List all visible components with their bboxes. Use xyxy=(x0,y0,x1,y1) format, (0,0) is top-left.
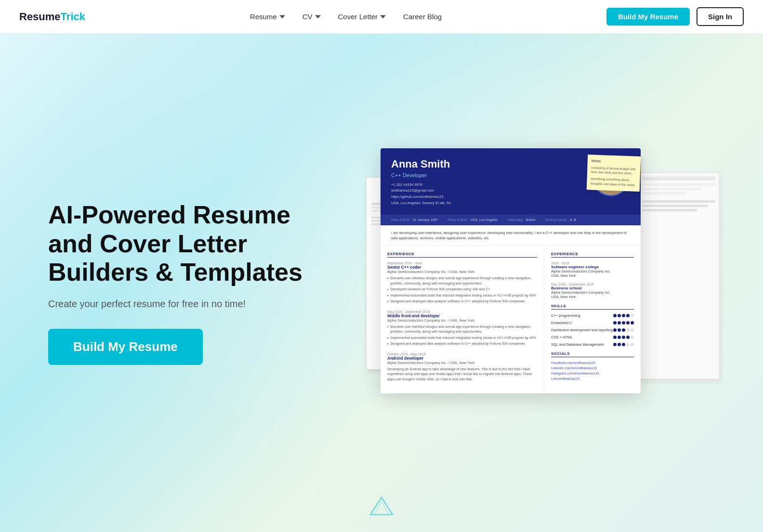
hero-text-block: AI-Powered Resume and Cover Letter Build… xyxy=(48,201,328,365)
sign-in-button[interactable]: Sign In xyxy=(697,7,744,26)
skill-item: SQL and Database Management xyxy=(551,342,634,347)
resume-right-column: Experience 2016 - 2018 Software engineer… xyxy=(544,246,641,393)
nav-item-resume[interactable]: Resume xyxy=(250,13,285,21)
social-item: Facebook.com/smithanna123 xyxy=(551,361,634,364)
skills-list: C++ programmingEmbedded CDashboard devel… xyxy=(551,313,634,347)
skill-dots xyxy=(613,321,634,324)
resume-job-title: C++ Developer xyxy=(391,172,584,178)
logo-mark-icon xyxy=(369,496,394,516)
logo[interactable]: ResumeTrick xyxy=(19,11,85,23)
skills-section-title: Skills xyxy=(551,304,634,310)
exp-item-2: May 2019 - September 2023 Middle front-e… xyxy=(387,310,537,347)
experience-section-title: Experience xyxy=(387,252,537,258)
social-item: Line/smithanna123 xyxy=(551,377,634,380)
skill-dots xyxy=(613,336,634,339)
skill-dots xyxy=(613,314,634,317)
social-item: LinkedIn.com/in/smithanna123 xyxy=(551,366,634,370)
resume-bio: I am developing user interfaces, designi… xyxy=(381,225,641,247)
nav-actions: Build My Resume Sign In xyxy=(606,7,744,26)
build-my-resume-button-nav[interactable]: Build My Resume xyxy=(606,8,690,26)
skill-dots xyxy=(613,343,634,346)
nav-item-cv[interactable]: CV xyxy=(303,13,321,21)
hero-content: AI-Powered Resume and Cover Letter Build… xyxy=(0,119,763,447)
resume-info-bar: Date of Birth 31 January 1997 Place of B… xyxy=(381,214,641,225)
edu-item-1: 2016 - 2018 Software engineer college Al… xyxy=(551,261,634,278)
nav-item-career-blog[interactable]: Career Blog xyxy=(403,13,442,21)
skill-item: Embedded C xyxy=(551,321,634,325)
edu-item-2: May 2004 - September 2016 Business schoo… xyxy=(551,283,634,299)
svg-marker-15 xyxy=(370,497,393,515)
skill-item: C++ programming xyxy=(551,313,634,318)
resume-header-info: Anna Smith C++ Developer +1 202 44334 09… xyxy=(391,158,584,207)
education-section-title: Experience xyxy=(551,252,634,258)
nav-item-cover-letter[interactable]: Cover Letter xyxy=(338,13,386,21)
resume-bg-card-right xyxy=(638,172,720,379)
hero-visuals: Notes consisting of annual budget with t… xyxy=(366,148,715,418)
chevron-down-icon xyxy=(380,14,386,20)
nav-links: Resume CV Cover Letter Career Blog xyxy=(250,13,442,21)
hero-section: AI-Powered Resume and Cover Letter Build… xyxy=(0,34,763,532)
resume-body: Experience September 2023 - Now Senior C… xyxy=(381,246,641,393)
hero-title: AI-Powered Resume and Cover Letter Build… xyxy=(48,201,328,287)
bottom-logo-mark xyxy=(369,496,394,518)
resume-name: Anna Smith xyxy=(391,158,584,170)
resume-contact: +1 202 44334 0978 smithanna123@gmail.com… xyxy=(391,182,584,207)
skill-dots xyxy=(613,328,634,332)
skill-item: Dashboard development and reporting xyxy=(551,328,634,332)
svg-marker-16 xyxy=(374,501,389,515)
social-item: Instagram.com/in/smithanna123 xyxy=(551,372,634,375)
skill-item: CSS + HTML xyxy=(551,335,634,339)
sticky-note: Notes consisting of annual budget with t… xyxy=(587,155,641,191)
socials-section-title: Socials xyxy=(551,351,634,357)
logo-resume: Resume xyxy=(19,11,61,23)
logo-trick: Trick xyxy=(61,11,85,23)
exp-item-1: September 2023 - Now Senior C++ coder Al… xyxy=(387,261,537,304)
resume-left-column: Experience September 2023 - Now Senior C… xyxy=(381,246,544,393)
build-my-resume-button-hero[interactable]: Build My Resume xyxy=(48,329,203,365)
chevron-down-icon xyxy=(315,14,321,20)
navbar: ResumeTrick Resume CV Cover Letter Caree… xyxy=(0,0,763,34)
exp-item-3: October 2018 - May 2019 Android develope… xyxy=(387,352,537,382)
socials-list: Facebook.com/smithanna123LinkedIn.com/in… xyxy=(551,361,634,380)
chevron-down-icon xyxy=(279,14,285,20)
hero-subtitle: Create your perfect resume for free in n… xyxy=(48,298,328,310)
